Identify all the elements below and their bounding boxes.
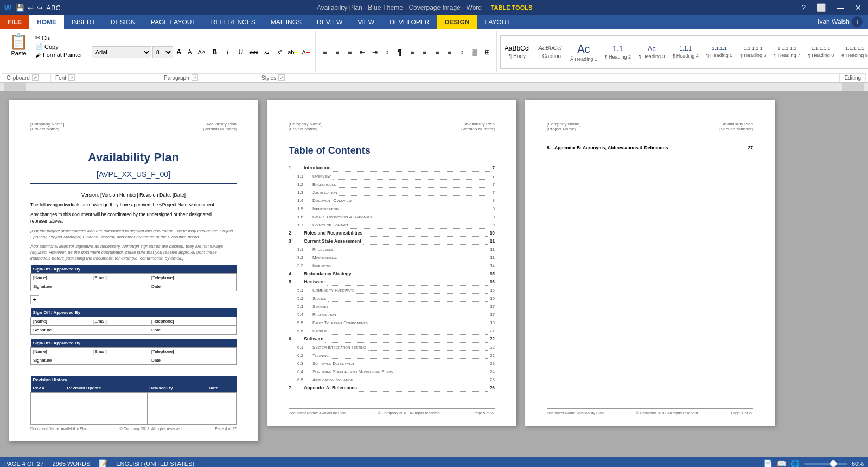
decrease-indent-button[interactable]: ⇤ [356,46,368,58]
tab-file[interactable]: FILE [0,15,29,29]
status-right: 📄 📖 🌐 60% [763,459,864,468]
styles-expand[interactable]: ↗ [278,74,285,81]
justify-button[interactable]: ≡ [444,46,456,58]
zoom-thumb[interactable] [830,460,837,467]
align-center-button[interactable]: ≡ [419,46,431,58]
multilevel-list-button[interactable]: ≡ [344,46,356,58]
tab-insert[interactable]: INSERT [64,15,103,29]
increase-indent-button[interactable]: ⇥ [369,46,381,58]
restore-btn[interactable]: ⬜ [814,3,828,12]
strikethrough-button[interactable]: abc [248,46,260,58]
style-caption[interactable]: AaBbCcI I Caption [534,36,566,68]
align-left-button[interactable]: ≡ [406,46,418,58]
spell-icon[interactable]: ABC [46,4,61,12]
style-heading8[interactable]: 1.1.1.1.1 ¶ Heading 8 [804,36,838,68]
tab-design2[interactable]: DESIGN [437,15,477,29]
tab-design[interactable]: DESIGN [103,15,143,29]
help-btn[interactable]: ? [799,3,808,12]
style-heading7[interactable]: 1.1.1.1.1 ¶ Heading 7 [770,36,804,68]
view-normal-icon[interactable]: 📄 [763,459,773,468]
table-tools-label: TABLE TOOLS [491,4,533,11]
cover-title: Availability Plan [30,150,237,165]
tab-mailings[interactable]: MAILINGS [263,15,309,29]
style-h4-name: ¶ Heading 4 [672,53,698,59]
borders-button[interactable]: ⊞ [481,46,493,58]
font-expand[interactable]: ↗ [68,74,75,81]
tab-view[interactable]: VIEW [350,15,382,29]
show-formatting-button[interactable]: ¶ [394,46,406,58]
sort-button[interactable]: ↕ [381,46,393,58]
minimize-btn[interactable]: — [834,3,846,12]
style-heading6[interactable]: 1.1.1.1.1 ¶ Heading 6 [736,36,770,68]
style-body[interactable]: AaBbCcI ¶ Body [501,36,534,68]
view-reading-icon[interactable]: 📖 [777,459,786,468]
tab-references[interactable]: REFERENCES [203,15,263,29]
shrink-font-button[interactable]: A [185,47,195,57]
style-h8-preview: 1.1.1.1.1 [812,46,831,52]
toc-entry: 3Current State Assessment11 [289,238,495,245]
font-color-button[interactable]: A▬ [300,46,312,58]
format-painter-button[interactable]: 🖌 Format Painter [33,51,85,59]
cover-para1: The following individuals acknowledge th… [30,202,237,209]
redo-icon[interactable]: ↪ [37,4,43,12]
styles-label: Styles ↗ [257,74,840,82]
underline-button[interactable]: U [235,46,247,58]
style-heading9[interactable]: 1.1.1.1.1 # Heading 9 [838,36,868,68]
tab-home[interactable]: HOME [29,15,64,29]
style-h3-name: ¶ Heading 3 [639,54,665,59]
italic-button[interactable]: I [222,46,234,58]
add-row-button[interactable]: + [30,295,39,304]
align-right-button[interactable]: ≡ [431,46,443,58]
view-web-icon[interactable]: 🌐 [790,459,800,468]
bold-button[interactable]: B [209,46,221,58]
clear-formatting-button[interactable]: A✕ [196,46,208,58]
styles-gallery: AaBbCcI ¶ Body AaBbCcI I Caption Ac Ä He… [500,35,868,69]
save-icon[interactable]: 💾 [16,4,24,12]
document-area[interactable]: [Company Name] [Project Name] Availabili… [0,91,868,457]
clipboard-expand[interactable]: ↗ [32,74,39,81]
font-size-select[interactable]: 8 [152,46,173,58]
numbering-button[interactable]: ≡ [331,46,343,58]
appendix-footer: Document Name: Availability Plan © Compa… [547,408,753,415]
ruler-track [4,83,864,91]
cut-icon: ✂ [35,34,40,41]
shading-button[interactable]: ▓ [469,46,481,58]
undo-icon[interactable]: ↩ [28,4,34,12]
grow-font-button[interactable]: A [174,47,184,57]
paragraph-group: ≡ ≡ ≡ ⇤ ⇥ ↕ ¶ ≡ ≡ ≡ ≡ ↕ ▓ ⊞ [316,31,497,72]
style-h6-preview: 1.1.1.1.1 [744,46,763,52]
toc-entry: 6Software22 [289,336,495,343]
paste-button[interactable]: 📋 Paste [5,33,32,71]
style-heading2[interactable]: 1.1 ¶ Heading 2 [601,36,635,68]
style-h9-preview: 1.1.1.1.1 [845,46,864,52]
superscript-button[interactable]: x² [274,46,286,58]
zoom-slider[interactable] [804,463,847,465]
style-heading1[interactable]: Ac Ä Heading 1 [566,36,601,68]
subscript-button[interactable]: x₂ [261,46,273,58]
cut-button[interactable]: ✂ Cut [33,34,85,42]
text-highlight-button[interactable]: ab▬ [287,46,299,58]
quick-access[interactable]: 💾 ↩ ↪ ABC [16,4,61,12]
tab-developer[interactable]: DEVELOPER [382,15,437,29]
ribbon-group-labels: Clipboard ↗ Font ↗ Paragraph ↗ Styles ↗ … [2,73,866,82]
signoff-table-3: Sign-Off / Approved By [Name] [Email] [T… [30,339,237,365]
cover-italic1: [List the project stakeholders who are a… [30,228,237,240]
style-heading5[interactable]: 1.1.1.1 ¶ Heading 5 [703,36,736,68]
paste-icon: 📋 [9,34,28,49]
paragraph-expand[interactable]: ↗ [192,74,198,81]
tab-review[interactable]: REVIEW [309,15,350,29]
font-name-select[interactable]: Arial [92,46,151,58]
close-btn[interactable]: ✕ [853,3,864,12]
cover-page-header: [Company Name] [Project Name] Availabili… [30,122,237,134]
tab-page-layout[interactable]: PAGE LAYOUT [143,15,203,29]
line-spacing-button[interactable]: ↕ [456,46,468,58]
bullets-button[interactable]: ≡ [319,46,331,58]
toc-entry: 5.3Standby17 [289,304,495,310]
window-controls: ? ⬜ — ✕ [799,3,864,12]
toc-entry: 1.6Goals, Objectives & Rationale8 [289,214,495,220]
tab-layout[interactable]: LAYOUT [477,15,518,29]
copy-button[interactable]: 📄 Copy [33,42,85,51]
style-heading4[interactable]: 1.1.1 ¶ Heading 4 [668,36,702,68]
style-heading3[interactable]: Ac ¶ Heading 3 [635,36,668,68]
cover-italic2: Add additional lines for signature as ne… [30,243,237,262]
